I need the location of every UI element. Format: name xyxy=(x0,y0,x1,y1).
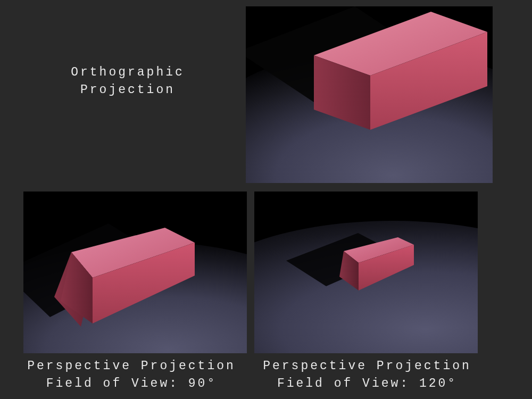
perspective-120-render-svg xyxy=(254,192,478,353)
perspective-120-render xyxy=(254,192,478,353)
orthographic-render xyxy=(246,6,493,183)
orthographic-label: Orthographic Projection xyxy=(32,64,223,99)
orthographic-render-svg xyxy=(246,6,493,183)
perspective-120-label: Perspective Projection Field of View: 12… xyxy=(255,358,479,393)
perspective-90-render xyxy=(23,192,247,353)
perspective-90-render-svg xyxy=(23,192,247,353)
projection-comparison-figure: Orthographic Projection Perspective Proj… xyxy=(0,0,532,399)
perspective-90-label: Perspective Projection Field of View: 90… xyxy=(20,358,243,393)
